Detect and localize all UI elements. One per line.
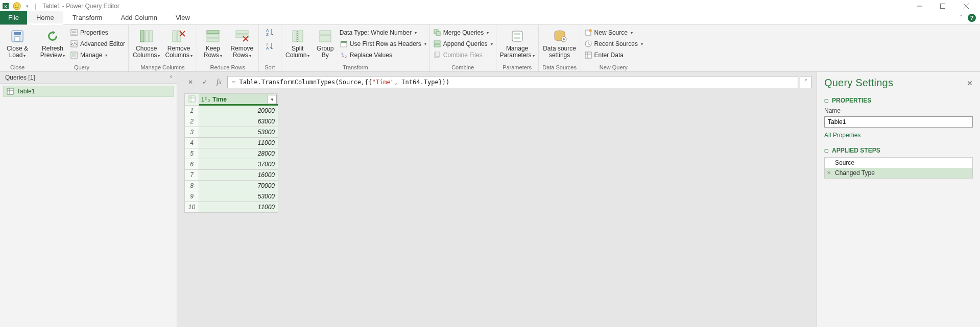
- properties-button[interactable]: Properties: [70, 27, 125, 38]
- row-header[interactable]: 9: [185, 191, 199, 202]
- enter-data-icon: [584, 51, 592, 59]
- qat-dropdown[interactable]: ▾: [22, 2, 32, 11]
- formula-cancel-button[interactable]: ✕: [184, 77, 197, 88]
- svg-rect-28: [207, 39, 219, 42]
- formula-input[interactable]: = Table.TransformColumnTypes(Source,{{"T…: [227, 76, 798, 88]
- data-cell[interactable]: 53000: [199, 127, 278, 138]
- data-cell[interactable]: 63000: [199, 116, 278, 127]
- column-filter-button[interactable]: ▼: [268, 95, 277, 104]
- new-source-button[interactable]: New Source▾: [584, 27, 643, 38]
- sort-desc-button[interactable]: ZA: [265, 41, 275, 53]
- settings-close-button[interactable]: ✕: [967, 79, 973, 87]
- delete-step-icon[interactable]: ✕: [827, 170, 831, 175]
- column-header-time[interactable]: 1²₃ Time ▼: [199, 94, 278, 106]
- row-header[interactable]: 8: [185, 181, 199, 191]
- all-properties-link[interactable]: All Properties: [824, 132, 973, 139]
- table-row[interactable]: 716000: [185, 170, 278, 181]
- smiley-icon[interactable]: [12, 2, 21, 11]
- minimize-button[interactable]: [907, 0, 931, 12]
- ribbon-tabs: File Home Transform Add Column View ˄ ?: [0, 12, 980, 25]
- row-header[interactable]: 4: [185, 138, 199, 148]
- table-row[interactable]: 870000: [185, 181, 278, 191]
- data-type-button[interactable]: Data Type: Whole Number▾: [340, 27, 426, 38]
- table-row[interactable]: 953000: [185, 191, 278, 202]
- svg-rect-42: [341, 41, 347, 43]
- data-cell[interactable]: 11000: [199, 138, 278, 148]
- first-row-headers-label: Use First Row as Headers: [350, 40, 421, 47]
- first-row-headers-button[interactable]: Use First Row as Headers▾: [340, 38, 426, 49]
- maximize-button[interactable]: [931, 0, 954, 12]
- sort-asc-button[interactable]: AZ: [265, 27, 275, 39]
- view-tab[interactable]: View: [166, 11, 199, 24]
- row-header[interactable]: 2: [185, 116, 199, 127]
- row-header[interactable]: 6: [185, 159, 199, 170]
- keep-rows-button[interactable]: Keep Rows▾: [200, 27, 226, 60]
- table-row[interactable]: 411000: [185, 138, 278, 148]
- table-row[interactable]: 263000: [185, 116, 278, 127]
- add-column-tab[interactable]: Add Column: [111, 11, 166, 24]
- group-label-parameters: Parameters: [499, 63, 535, 70]
- data-cell[interactable]: 16000: [199, 170, 278, 181]
- choose-columns-label: Choose Columns: [133, 45, 157, 59]
- applied-step[interactable]: ✕Changed Type: [825, 168, 972, 178]
- ribbon-collapse-icon[interactable]: ˄: [960, 14, 963, 21]
- transform-tab[interactable]: Transform: [63, 11, 112, 24]
- formula-accept-button[interactable]: ✓: [199, 77, 211, 88]
- home-tab[interactable]: Home: [27, 11, 63, 24]
- recent-sources-button[interactable]: Recent Sources▾: [584, 38, 643, 49]
- data-cell[interactable]: 20000: [199, 106, 278, 116]
- manage-parameters-button[interactable]: Manage Parameters▾: [499, 27, 535, 60]
- table-row[interactable]: 1011000: [185, 202, 278, 213]
- manage-button[interactable]: Manage▾: [70, 49, 125, 61]
- data-cell[interactable]: 11000: [199, 202, 278, 213]
- merge-icon: [433, 29, 441, 37]
- applied-step[interactable]: Source: [825, 158, 972, 168]
- properties-section-header[interactable]: ▢PROPERTIES: [824, 97, 973, 104]
- merge-queries-button[interactable]: Merge Queries▾: [433, 27, 493, 38]
- advanced-editor-button[interactable]: </>Advanced Editor: [70, 38, 125, 49]
- table-row[interactable]: 637000: [185, 159, 278, 170]
- query-name-input[interactable]: [824, 116, 973, 128]
- close-and-load-button[interactable]: Close & Load▾: [3, 27, 32, 60]
- file-tab[interactable]: File: [0, 11, 27, 24]
- table-row[interactable]: 120000: [185, 106, 278, 116]
- formula-text-suffix: , Int64.Type}}): [394, 79, 449, 86]
- table-row[interactable]: 528000: [185, 148, 278, 159]
- row-header[interactable]: 10: [185, 202, 199, 213]
- query-item[interactable]: Table1: [3, 86, 174, 97]
- group-label-sort: Sort: [262, 63, 278, 70]
- data-cell[interactable]: 28000: [199, 148, 278, 159]
- combine-files-button: Combine Files: [433, 49, 493, 61]
- svg-text:A: A: [266, 46, 269, 51]
- help-icon[interactable]: ?: [968, 14, 976, 22]
- data-source-settings-button[interactable]: Data source settings: [542, 27, 578, 60]
- data-cell[interactable]: 37000: [199, 159, 278, 170]
- refresh-preview-button[interactable]: Refresh Preview▾: [38, 27, 67, 60]
- svg-rect-6: [941, 4, 945, 8]
- row-header[interactable]: 7: [185, 170, 199, 181]
- append-queries-button[interactable]: Append Queries▾: [433, 38, 493, 49]
- remove-rows-button[interactable]: Remove Rows▾: [229, 27, 255, 60]
- data-cell[interactable]: 53000: [199, 191, 278, 202]
- split-column-icon: [290, 28, 306, 44]
- formula-expand-button[interactable]: ˅: [800, 76, 811, 88]
- group-by-button[interactable]: Group By: [314, 27, 337, 60]
- fx-icon[interactable]: fx: [213, 77, 225, 88]
- grid-corner[interactable]: [185, 94, 199, 106]
- group-label-close: Close: [3, 63, 32, 70]
- row-header[interactable]: 1: [185, 106, 199, 116]
- row-header[interactable]: 3: [185, 127, 199, 138]
- split-column-button[interactable]: Split Column▾: [284, 27, 311, 60]
- queries-collapse-icon[interactable]: ‹: [168, 73, 175, 80]
- keep-rows-label: Keep Rows: [204, 45, 220, 59]
- table-row[interactable]: 353000: [185, 127, 278, 138]
- remove-columns-button[interactable]: Remove Columns▾: [164, 27, 193, 60]
- svg-text:2: 2: [345, 55, 347, 59]
- enter-data-button[interactable]: Enter Data: [584, 49, 643, 61]
- replace-values-button[interactable]: 12Replace Values: [340, 49, 426, 61]
- choose-columns-button[interactable]: Choose Columns▾: [132, 27, 161, 60]
- row-header[interactable]: 5: [185, 148, 199, 159]
- close-button[interactable]: [954, 0, 978, 12]
- applied-steps-header[interactable]: ▢APPLIED STEPS: [824, 147, 973, 154]
- data-cell[interactable]: 70000: [199, 181, 278, 191]
